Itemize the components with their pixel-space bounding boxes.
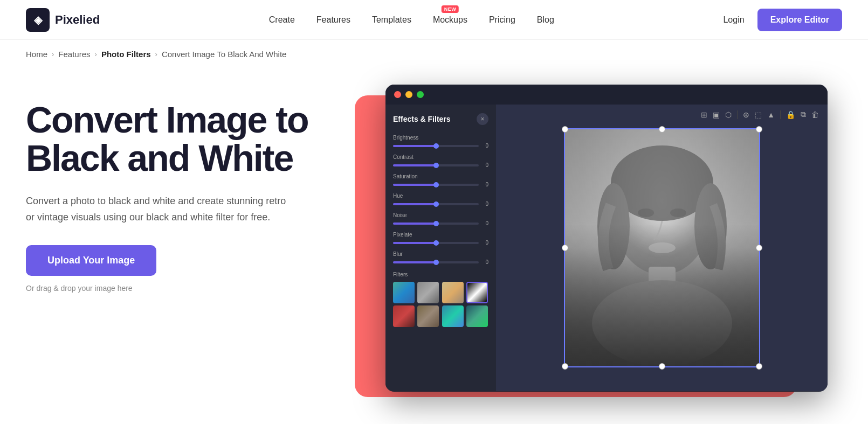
crop-icon[interactable]: ⊞: [701, 110, 707, 119]
nav-create[interactable]: Create: [269, 15, 295, 25]
window-close-dot[interactable]: [394, 91, 401, 98]
navbar: ◈ Pixelied Create Features Templates NEW…: [0, 0, 868, 40]
hero-right: Effects & Filters × Brightness: [371, 79, 842, 386]
handle-mid-left[interactable]: [562, 245, 568, 251]
panel-close-button[interactable]: ×: [477, 113, 488, 125]
align-icon[interactable]: ⊕: [743, 110, 749, 119]
slider-brightness: Brightness 0: [393, 135, 488, 149]
window-minimize-dot[interactable]: [405, 91, 412, 98]
panel-title: Effects & Filters: [393, 115, 451, 123]
canvas-area: ⊞ ▣ ⬡ ⊕ ⬚ ▲ 🔒 ⧉ 🗑: [496, 105, 828, 391]
nav-templates[interactable]: Templates: [372, 15, 411, 25]
nav-links: Create Features Templates NEW Mockups Pr…: [269, 15, 554, 25]
slider-hue: Hue 0: [393, 193, 488, 207]
slider-pixelate: Pixelate 0: [393, 232, 488, 246]
canvas-toolbar: ⊞ ▣ ⬡ ⊕ ⬚ ▲ 🔒 ⧉ 🗑: [701, 110, 819, 119]
filter-thumb-6[interactable]: [417, 305, 439, 327]
breadcrumb-sep-3: ›: [155, 50, 157, 58]
editor-body: Effects & Filters × Brightness: [385, 105, 828, 391]
image-container[interactable]: [565, 129, 759, 366]
window-maximize-dot[interactable]: [417, 91, 424, 98]
panel-header: Effects & Filters ×: [393, 113, 488, 125]
slider-noise: Noise 0: [393, 212, 488, 226]
toolbar-separator-1: [737, 110, 738, 119]
logo-text: Pixelied: [55, 13, 100, 27]
hero-description: Convert a photo to black and white and c…: [26, 193, 295, 226]
filter-thumb-4[interactable]: [466, 282, 488, 303]
slider-contrast: Contrast 0: [393, 154, 488, 168]
editor-window: Effects & Filters × Brightness: [385, 85, 828, 392]
handle-bottom-mid[interactable]: [659, 363, 665, 370]
shape-icon[interactable]: ⬡: [725, 110, 732, 119]
filter-thumb-2[interactable]: [417, 282, 439, 303]
breadcrumb-home[interactable]: Home: [26, 50, 47, 59]
handle-top-left[interactable]: [562, 126, 568, 133]
handle-mid-right[interactable]: [756, 245, 762, 251]
filter-thumb-1[interactable]: [393, 282, 415, 303]
breadcrumb-sep-2: ›: [95, 50, 97, 58]
breadcrumb-sep-1: ›: [52, 50, 54, 58]
filters-section: Filters: [393, 272, 488, 327]
sliders-container: Brightness 0 Contrast: [393, 135, 488, 265]
slider-saturation: Saturation 0: [393, 173, 488, 187]
handle-top-right[interactable]: [756, 126, 762, 133]
duplicate-icon[interactable]: ⧉: [801, 110, 806, 119]
mask-icon[interactable]: ▲: [767, 110, 775, 119]
filter-thumb-5[interactable]: [393, 305, 415, 327]
handle-bottom-right[interactable]: [756, 363, 762, 370]
filter-thumb-7[interactable]: [442, 305, 464, 327]
lock-icon[interactable]: 🔒: [786, 110, 795, 119]
logo-icon: ◈: [26, 8, 50, 32]
filters-grid: [393, 282, 488, 327]
selection-border: [564, 128, 760, 367]
delete-icon[interactable]: 🗑: [811, 110, 819, 119]
layers-icon[interactable]: ⬚: [755, 110, 762, 119]
new-badge: NEW: [442, 5, 459, 13]
filter-thumb-8[interactable]: [466, 305, 488, 327]
hero-title: Convert Image to Black and White: [26, 101, 371, 178]
breadcrumb-features[interactable]: Features: [58, 50, 90, 59]
nav-pricing[interactable]: Pricing: [489, 15, 515, 25]
breadcrumb-current: Convert Image To Black And White: [162, 50, 287, 59]
upload-image-button[interactable]: Upload Your Image: [26, 245, 156, 276]
window-chrome: [385, 85, 828, 105]
filters-label: Filters: [393, 272, 488, 277]
toolbar-separator-2: [780, 110, 781, 119]
login-link[interactable]: Login: [723, 15, 744, 25]
nav-features[interactable]: Features: [316, 15, 350, 25]
hero-section: Convert Image to Black and White Convert…: [0, 68, 868, 408]
filter-thumb-3[interactable]: [442, 282, 464, 303]
logo-link[interactable]: ◈ Pixelied: [26, 8, 100, 32]
hero-left: Convert Image to Black and White Convert…: [26, 79, 371, 293]
nav-mockups[interactable]: NEW Mockups: [433, 15, 467, 25]
slider-blur: Blur 0: [393, 251, 488, 265]
breadcrumb: Home › Features › Photo Filters › Conver…: [0, 40, 868, 68]
nav-blog[interactable]: Blog: [537, 15, 554, 25]
explore-editor-button[interactable]: Explore Editor: [757, 9, 842, 31]
breadcrumb-photo-filters[interactable]: Photo Filters: [101, 50, 151, 59]
frame-icon[interactable]: ▣: [713, 110, 720, 119]
handle-top-mid[interactable]: [659, 126, 665, 133]
drag-drop-text: Or drag & drop your image here: [26, 284, 133, 293]
nav-right: Login Explore Editor: [723, 9, 842, 31]
handle-bottom-left[interactable]: [562, 363, 568, 370]
effects-panel: Effects & Filters × Brightness: [385, 105, 496, 391]
